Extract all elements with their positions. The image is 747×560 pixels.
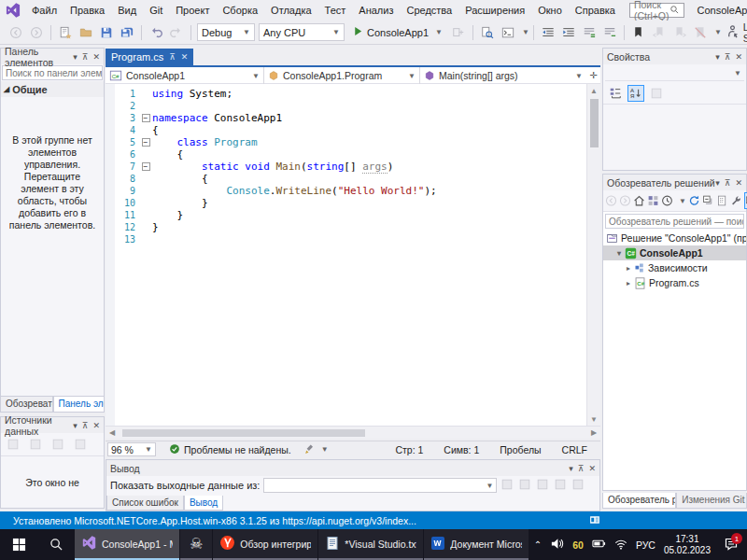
start-debugging-button[interactable]: ConsoleApp1▼ bbox=[348, 23, 446, 42]
tab-program-cs[interactable]: Program.cs ⊼ ✕ bbox=[106, 49, 193, 65]
problems-indicator[interactable]: Проблемы не найдены. bbox=[169, 443, 291, 456]
platform-dropdown[interactable]: Any CPU▼ bbox=[259, 23, 345, 41]
scroll-up-icon[interactable]: ▲ bbox=[587, 84, 600, 97]
next-message-icon[interactable] bbox=[536, 478, 549, 493]
menu-item-3[interactable]: Вид bbox=[111, 0, 143, 21]
pin-icon[interactable]: ⊼ bbox=[725, 178, 731, 188]
scroll-left-icon[interactable]: ◀ bbox=[106, 428, 119, 437]
edit-data-source-icon[interactable] bbox=[27, 436, 44, 453]
save-icon[interactable] bbox=[96, 22, 117, 43]
code-line-5[interactable]: 5− class Program bbox=[106, 136, 586, 148]
prev-message-icon[interactable] bbox=[518, 478, 531, 493]
network-icon[interactable] bbox=[614, 538, 627, 553]
pin-tab-icon[interactable]: ⊼ bbox=[169, 52, 176, 62]
code-line-10[interactable]: 10 } bbox=[106, 197, 586, 209]
tree-expander-icon[interactable]: ▸ bbox=[624, 264, 633, 273]
volume-icon[interactable] bbox=[550, 537, 564, 553]
menu-item-7[interactable]: Отладка bbox=[264, 0, 317, 21]
uncomment-icon[interactable] bbox=[599, 22, 620, 43]
window-position-icon[interactable]: ▾ bbox=[715, 178, 720, 188]
tree-expander-icon[interactable]: ▸ bbox=[624, 279, 633, 287]
type-dropdown[interactable]: ConsoleApp1.Program ▼ bbox=[264, 67, 420, 84]
switch-views-icon[interactable] bbox=[647, 192, 659, 209]
configure-icon[interactable] bbox=[49, 436, 66, 453]
clock[interactable]: 17:31 05.02.2023 bbox=[664, 534, 711, 556]
right-tab-обозреватель-реше-[interactable]: Обозреватель реше... bbox=[602, 493, 676, 509]
output-tab--[interactable]: Список ошибок bbox=[106, 496, 184, 511]
taskbar-item-visual-studio[interactable]: ConsoleApp1 - Mic... bbox=[75, 529, 179, 560]
code-line-6[interactable]: 6 { bbox=[106, 148, 586, 161]
code-line-13[interactable]: 13 bbox=[106, 233, 586, 245]
properties-object-dropdown[interactable]: ▼ bbox=[605, 66, 744, 81]
back-icon[interactable] bbox=[605, 192, 617, 209]
scroll-down-icon[interactable]: ▼ bbox=[587, 413, 600, 426]
close-icon[interactable]: ✕ bbox=[735, 178, 742, 188]
attach-to-process-icon[interactable] bbox=[448, 22, 469, 43]
left-tab--[interactable]: Обозревате... bbox=[0, 397, 53, 413]
tree-item-program-cs[interactable]: ▸C#Program.cs bbox=[603, 275, 746, 290]
battery-percent[interactable]: 60 bbox=[572, 539, 584, 551]
word-wrap-icon[interactable] bbox=[571, 478, 585, 493]
menu-item-5[interactable]: Проект bbox=[169, 0, 216, 21]
code-line-2[interactable]: 2 bbox=[106, 100, 586, 112]
code-line-3[interactable]: 3−namespace ConsoleApp1 bbox=[106, 112, 586, 124]
show-all-files-icon[interactable] bbox=[716, 192, 728, 209]
taskbar-item-word[interactable]: Документ Microso... bbox=[424, 529, 529, 560]
save-all-icon[interactable] bbox=[117, 22, 137, 43]
bookmark-icon[interactable] bbox=[628, 22, 649, 43]
tree-item-зависимости[interactable]: ▸Зависимости bbox=[603, 260, 746, 275]
collapse-all-icon[interactable] bbox=[702, 192, 714, 209]
language-indicator[interactable]: РУС bbox=[636, 539, 655, 551]
refresh-icon[interactable] bbox=[72, 436, 89, 453]
toolbox-group-header[interactable]: ◢ Общие bbox=[1, 81, 104, 97]
close-icon[interactable]: ✕ bbox=[92, 421, 100, 430]
start-button[interactable] bbox=[0, 529, 37, 560]
window-position-icon[interactable]: ▾ bbox=[73, 52, 78, 62]
menu-item-1[interactable]: Файл bbox=[25, 0, 63, 21]
fold-collapse-icon[interactable]: − bbox=[139, 112, 152, 124]
window-position-icon[interactable]: ▾ bbox=[715, 52, 720, 62]
indent-icon[interactable] bbox=[558, 22, 579, 43]
window-position-icon[interactable]: ▾ bbox=[569, 464, 573, 473]
vertical-scrollbar[interactable]: ▲ ▼ bbox=[586, 84, 600, 426]
code-cleanup-button[interactable]: ▼ bbox=[304, 443, 329, 456]
menu-item-12[interactable]: Окно bbox=[531, 0, 569, 21]
immediate-window-icon[interactable] bbox=[498, 22, 518, 43]
quick-search-input[interactable]: Поиск (Ctrl+Q) bbox=[629, 3, 684, 18]
code-line-9[interactable]: 9 Console.WriteLine("Hello World!"); bbox=[106, 185, 586, 197]
close-icon[interactable]: ✕ bbox=[92, 52, 100, 62]
comment-icon[interactable] bbox=[579, 22, 599, 43]
alphabetical-icon[interactable]: АЯ bbox=[627, 85, 644, 102]
toolbox-search-input[interactable]: Поиск по панели элемен bbox=[2, 65, 103, 80]
close-icon[interactable]: ✕ bbox=[588, 464, 596, 473]
tree-expander-icon[interactable]: ▾ bbox=[614, 249, 624, 258]
clear-all-icon[interactable] bbox=[554, 478, 567, 493]
menu-item-8[interactable]: Тест bbox=[318, 0, 353, 21]
redo-icon[interactable] bbox=[166, 22, 187, 43]
horizontal-scrollbar[interactable]: ◀ ▶ bbox=[106, 426, 600, 439]
project-dropdown[interactable]: C# ConsoleApp1 ▼ bbox=[106, 67, 264, 84]
code-editor[interactable]: 1using System;23−namespace ConsoleApp14{… bbox=[106, 84, 586, 426]
zoom-dropdown[interactable]: 96 % ▼ bbox=[107, 442, 156, 456]
refresh-icon[interactable] bbox=[688, 192, 700, 209]
fold-collapse-icon[interactable]: − bbox=[139, 161, 152, 173]
fold-collapse-icon[interactable]: − bbox=[139, 136, 152, 148]
split-window-icon[interactable]: ✛ bbox=[586, 67, 600, 83]
forward-icon[interactable] bbox=[619, 192, 631, 209]
close-tab-icon[interactable]: ✕ bbox=[181, 52, 189, 62]
pending-changes-icon[interactable] bbox=[661, 192, 673, 209]
feed-icon[interactable] bbox=[588, 514, 601, 527]
output-source-dropdown[interactable]: ▼ bbox=[263, 478, 497, 493]
live-share-button[interactable]: Live Share bbox=[722, 21, 747, 44]
left-tab--[interactable]: Панель эле... bbox=[53, 397, 105, 413]
menu-item-4[interactable]: Git bbox=[143, 0, 169, 21]
scrollbar-thumb[interactable] bbox=[590, 99, 599, 147]
outdent-icon[interactable] bbox=[538, 22, 558, 43]
debug-config-dropdown[interactable]: Debug▼ bbox=[197, 23, 255, 41]
properties-window-icon[interactable] bbox=[730, 192, 742, 209]
code-line-8[interactable]: 8 { bbox=[106, 173, 586, 185]
pin-icon[interactable]: ⊼ bbox=[578, 464, 585, 473]
tree-item-consoleapp1[interactable]: ▾C#ConsoleApp1 bbox=[603, 245, 746, 260]
categorized-icon[interactable] bbox=[607, 85, 624, 102]
taskbar-item-skull[interactable]: ☠ bbox=[180, 529, 212, 560]
